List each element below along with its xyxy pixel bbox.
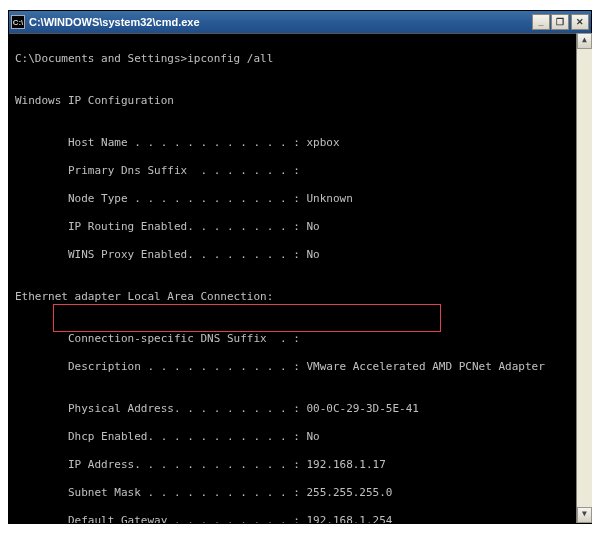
cmd-icon: C:\	[11, 15, 25, 29]
vertical-scrollbar[interactable]: ▲ ▼	[576, 33, 592, 523]
window-title: C:\WINDOWS\system32\cmd.exe	[29, 16, 532, 28]
scroll-down-button[interactable]: ▼	[577, 507, 592, 523]
prompt-line: C:\Documents and Settings>ipconfig /all	[15, 52, 585, 66]
config-wins-proxy: WINS Proxy Enabled. . . . . . . . : No	[15, 248, 585, 262]
window-controls: _ ❐ ✕	[532, 14, 589, 30]
restore-button[interactable]: ❐	[551, 14, 569, 30]
config-ip-routing: IP Routing Enabled. . . . . . . . : No	[15, 220, 585, 234]
config-primary-dns-suffix: Primary Dns Suffix . . . . . . . :	[15, 164, 585, 178]
adapter-description: Description . . . . . . . . . . . : VMwa…	[15, 360, 585, 374]
config-node-type: Node Type . . . . . . . . . . . . : Unkn…	[15, 192, 585, 206]
section-header: Windows IP Configuration	[15, 94, 585, 108]
adapter-ip-address: IP Address. . . . . . . . . . . . : 192.…	[15, 458, 585, 472]
adapter-subnet-mask: Subnet Mask . . . . . . . . . . . : 255.…	[15, 486, 585, 500]
scroll-track[interactable]	[577, 49, 592, 507]
terminal-output[interactable]: C:\Documents and Settings>ipconfig /all …	[9, 33, 591, 523]
adapter-default-gateway: Default Gateway . . . . . . . . . : 192.…	[15, 514, 585, 523]
terminal-container: C:\Documents and Settings>ipconfig /all …	[9, 33, 591, 523]
cmd-window: C:\ C:\WINDOWS\system32\cmd.exe _ ❐ ✕ C:…	[8, 10, 592, 524]
titlebar[interactable]: C:\ C:\WINDOWS\system32\cmd.exe _ ❐ ✕	[9, 11, 591, 33]
minimize-button[interactable]: _	[532, 14, 550, 30]
adapter-header: Ethernet adapter Local Area Connection:	[15, 290, 585, 304]
highlight-annotation	[53, 304, 441, 332]
adapter-dhcp: Dhcp Enabled. . . . . . . . . . . : No	[15, 430, 585, 444]
adapter-physical-address: Physical Address. . . . . . . . . : 00-0…	[15, 402, 585, 416]
config-hostname: Host Name . . . . . . . . . . . . : xpbo…	[15, 136, 585, 150]
close-button[interactable]: ✕	[571, 14, 589, 30]
adapter-conn-suffix: Connection-specific DNS Suffix . :	[15, 332, 585, 346]
scroll-up-button[interactable]: ▲	[577, 33, 592, 49]
